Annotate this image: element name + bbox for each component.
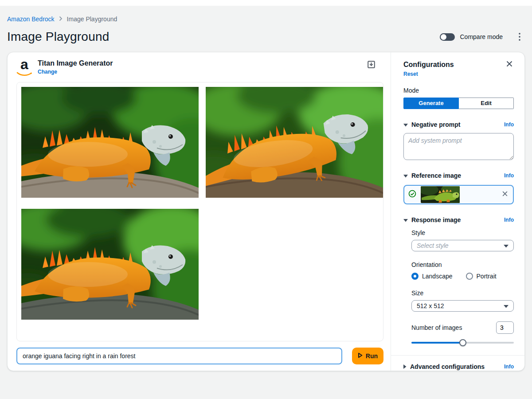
compare-mode-label: Compare mode [460, 33, 503, 40]
generated-images-area [16, 82, 383, 341]
close-configurations-button[interactable] [505, 59, 514, 70]
style-select-placeholder: Select style [417, 242, 449, 249]
reference-image-box [403, 185, 514, 204]
caret-down-icon [504, 302, 509, 309]
advanced-configurations-header[interactable]: Advanced configurations Info [403, 363, 514, 371]
caret-down-icon [403, 121, 408, 129]
kebab-menu-icon[interactable] [514, 31, 525, 42]
mode-generate-button[interactable]: Generate [403, 98, 459, 109]
response-image-info-link[interactable]: Info [504, 217, 514, 223]
negative-prompt-label: Negative prompt [411, 121, 460, 128]
style-select[interactable]: Select style [411, 240, 514, 251]
negative-prompt-textarea[interactable] [403, 133, 514, 160]
orientation-portrait-label: Portrait [477, 273, 497, 280]
sidebar-divider [391, 355, 524, 356]
breadcrumb-link-bedrock[interactable]: Amazon Bedrock [7, 16, 55, 23]
export-button[interactable] [365, 59, 377, 72]
configurations-panel: Configurations Reset Mode Generate Edit … [391, 52, 524, 371]
page-title: Image Playground [7, 30, 109, 44]
number-of-images-label: Number of images [411, 324, 462, 331]
download-icon [367, 63, 376, 70]
app-top-strip [0, 0, 532, 6]
generated-image-2[interactable] [206, 87, 383, 198]
run-button-label: Run [366, 352, 378, 360]
change-model-link[interactable]: Change [38, 69, 57, 75]
model-name: Titan Image Generator [38, 59, 113, 67]
orientation-portrait-option[interactable]: Portrait [466, 273, 497, 280]
radio-unselected-icon [466, 273, 473, 280]
images-slider-handle[interactable] [459, 339, 466, 346]
configurations-title: Configurations [403, 61, 454, 69]
play-icon [358, 352, 363, 360]
size-label: Size [411, 289, 514, 297]
response-image-section-header[interactable]: Response image Info [403, 216, 514, 224]
images-slider-fill [411, 342, 463, 344]
number-of-images-slider[interactable] [411, 339, 514, 345]
number-of-images-input[interactable] [496, 321, 514, 334]
reference-image-thumbnail [421, 186, 460, 203]
negative-prompt-section-header[interactable]: Negative prompt Info [403, 121, 514, 129]
caret-down-icon [403, 172, 408, 180]
size-select-value: 512 x 512 [417, 302, 444, 309]
mode-edit-button[interactable]: Edit [459, 98, 514, 109]
compare-mode-toggle[interactable] [440, 33, 455, 41]
amazon-logo: a [16, 59, 32, 78]
mode-label: Mode [403, 87, 514, 94]
close-icon [502, 192, 508, 198]
orientation-landscape-option[interactable]: Landscape [411, 273, 453, 280]
style-label: Style [411, 229, 514, 236]
negative-prompt-info-link[interactable]: Info [504, 121, 514, 128]
playground-card: a Titan Image Generator Change [7, 52, 525, 371]
caret-down-icon [504, 242, 509, 249]
reference-image-section-header[interactable]: Reference image Info [403, 172, 514, 180]
remove-reference-image-button[interactable] [501, 190, 509, 199]
reset-link[interactable]: Reset [403, 71, 418, 77]
orientation-landscape-label: Landscape [422, 273, 453, 280]
amazon-smile-icon [16, 72, 32, 77]
response-image-label: Response image [411, 216, 461, 223]
reference-image-label: Reference image [411, 172, 461, 179]
reference-image-info-link[interactable]: Info [504, 172, 514, 179]
mode-segmented-control: Generate Edit [403, 98, 514, 109]
size-select[interactable]: 512 x 512 [411, 300, 514, 312]
caret-right-icon [403, 363, 407, 371]
generated-image-3[interactable] [21, 209, 199, 320]
advanced-configurations-info-link[interactable]: Info [504, 364, 514, 370]
breadcrumb: Amazon Bedrock Image Playground [7, 16, 525, 23]
breadcrumb-current: Image Playground [67, 16, 117, 23]
check-circle-icon [408, 190, 416, 200]
prompt-input[interactable] [16, 348, 342, 364]
close-icon [506, 62, 513, 69]
generated-image-1[interactable] [21, 87, 199, 198]
run-button[interactable]: Run [352, 348, 383, 364]
caret-down-icon [403, 216, 408, 224]
breadcrumb-chevron-icon [59, 16, 63, 23]
advanced-configurations-label: Advanced configurations [410, 363, 485, 370]
orientation-label: Orientation [411, 261, 514, 268]
radio-selected-icon [411, 273, 419, 280]
